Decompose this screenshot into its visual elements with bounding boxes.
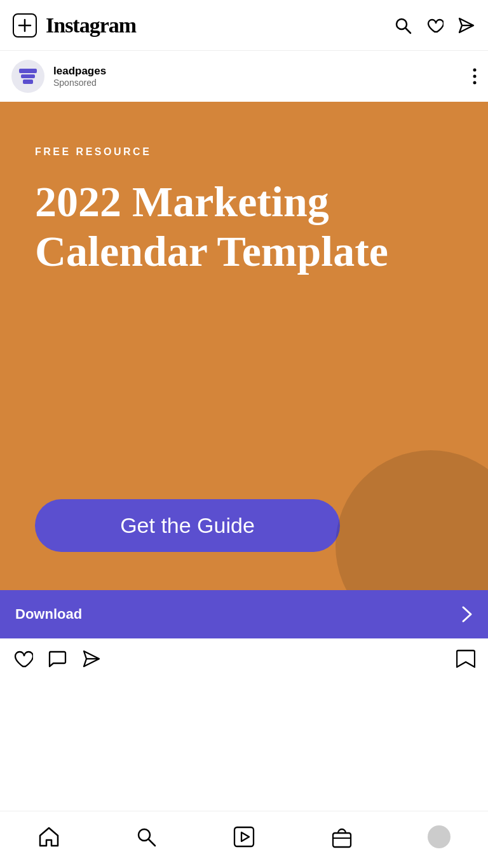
download-bar[interactable]: Download (0, 590, 488, 638)
ad-title: 2022 Marketing Calendar Template (35, 177, 453, 467)
share-icon[interactable] (81, 649, 102, 669)
action-row (0, 638, 488, 679)
account-info[interactable]: leadpages Sponsored (11, 60, 106, 93)
bottom-navigation (0, 811, 488, 868)
top-nav-left: Instagram (13, 13, 136, 38)
comment-icon[interactable] (47, 649, 67, 669)
bottom-nav-home[interactable] (33, 821, 65, 853)
top-navigation: Instagram (0, 0, 488, 51)
ad-image: FREE RESOURCE 2022 Marketing Calendar Te… (0, 102, 488, 590)
bottom-nav-reels[interactable] (228, 821, 260, 853)
new-post-icon[interactable] (13, 13, 37, 38)
account-text: leadpages Sponsored (53, 65, 106, 88)
svg-marker-14 (241, 832, 249, 841)
bottom-nav-profile[interactable] (423, 821, 455, 853)
leadpages-logo-icon (18, 69, 38, 84)
bottom-nav-shop[interactable] (326, 821, 358, 853)
profile-avatar (428, 825, 451, 848)
action-left (13, 649, 102, 669)
save-icon[interactable] (456, 649, 475, 669)
instagram-logo: Instagram (46, 13, 136, 38)
heart-icon[interactable] (426, 17, 444, 34)
account-row: leadpages Sponsored (0, 51, 488, 102)
account-username: leadpages (53, 65, 106, 78)
svg-rect-13 (234, 827, 254, 846)
like-icon[interactable] (13, 649, 33, 669)
top-nav-right (394, 17, 475, 34)
svg-point-7 (473, 75, 477, 78)
svg-point-8 (473, 81, 477, 85)
sponsored-label: Sponsored (53, 78, 106, 88)
bottom-nav-search[interactable] (130, 821, 162, 853)
svg-rect-15 (333, 833, 351, 847)
more-options-icon[interactable] (473, 68, 477, 85)
decorative-circle (336, 450, 488, 590)
download-label: Download (15, 606, 82, 623)
avatar (11, 60, 44, 93)
svg-line-3 (406, 28, 411, 33)
svg-point-2 (396, 19, 407, 29)
get-the-guide-button[interactable]: Get the Guide (35, 499, 340, 552)
download-chevron-icon (461, 605, 473, 623)
ad-eyebrow: FREE RESOURCE (35, 146, 453, 158)
svg-point-6 (473, 69, 477, 72)
search-icon[interactable] (394, 17, 412, 34)
send-icon[interactable] (458, 17, 475, 34)
svg-line-12 (149, 839, 155, 846)
